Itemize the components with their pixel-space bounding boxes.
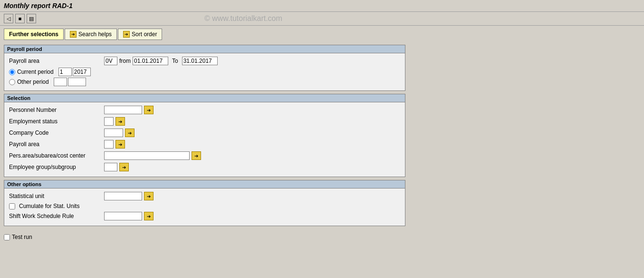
test-run-checkbox[interactable] bbox=[4, 234, 10, 240]
payroll-area-sel-input[interactable] bbox=[104, 140, 114, 149]
other-period-row: Other period bbox=[9, 78, 400, 86]
employment-status-label: Employment status bbox=[9, 118, 104, 125]
layout-icon[interactable]: ▤ bbox=[27, 14, 36, 23]
current-period-radio[interactable] bbox=[9, 69, 15, 75]
company-code-select-btn[interactable]: ➔ bbox=[125, 129, 135, 137]
other-period-year-input[interactable] bbox=[68, 78, 86, 86]
watermark: © www.tutorialkart.com bbox=[204, 14, 282, 23]
employee-group-select-btn[interactable]: ➔ bbox=[119, 163, 129, 171]
shift-work-select-btn[interactable]: ➔ bbox=[144, 212, 154, 220]
pers-area-input[interactable] bbox=[104, 151, 190, 160]
other-period-radio[interactable] bbox=[9, 79, 15, 85]
to-label: To bbox=[172, 58, 178, 64]
shift-work-label: Shift Work Schedule Rule bbox=[9, 213, 104, 219]
info-icon[interactable]: ■ bbox=[15, 14, 25, 23]
payroll-area-row: Payroll area from To bbox=[9, 56, 400, 66]
other-period-label: Other period bbox=[17, 79, 49, 85]
current-period-label: Current period bbox=[17, 69, 54, 75]
payroll-area-sel-row: Payroll area ➔ bbox=[9, 139, 400, 149]
selection-body: Personnel Number ➔ Employment status ➔ C… bbox=[4, 102, 405, 177]
employment-status-input[interactable] bbox=[104, 117, 114, 126]
employee-group-label: Employee group/subgroup bbox=[9, 164, 104, 170]
payroll-area-input[interactable] bbox=[104, 57, 117, 65]
statistical-unit-row: Statistical unit ➔ bbox=[9, 191, 400, 201]
further-selections-label: Further selections bbox=[9, 31, 58, 38]
tabs-bar: Further selections ➔ Search helps ➔ Sort… bbox=[0, 26, 644, 43]
personnel-number-label: Personnel Number bbox=[9, 107, 104, 113]
payroll-area-sel-label: Payroll area bbox=[9, 141, 104, 148]
employment-status-select-btn[interactable]: ➔ bbox=[115, 117, 125, 126]
current-period-row: Current period bbox=[9, 68, 400, 76]
cumulate-checkbox[interactable] bbox=[9, 203, 15, 209]
company-code-input[interactable] bbox=[104, 129, 123, 137]
main-content: Payroll period Payroll area from To Curr… bbox=[0, 43, 644, 231]
payroll-area-label: Payroll area bbox=[9, 58, 104, 64]
payroll-period-header: Payroll period bbox=[4, 45, 405, 53]
page-title: Monthly report RAD-1 bbox=[4, 2, 73, 10]
statistical-unit-input[interactable] bbox=[104, 192, 142, 200]
shift-work-row: Shift Work Schedule Rule ➔ bbox=[9, 211, 400, 221]
personnel-number-row: Personnel Number ➔ bbox=[9, 105, 400, 115]
statistical-unit-select-btn[interactable]: ➔ bbox=[144, 192, 154, 200]
cumulate-label: Cumulate for Stat. Units bbox=[19, 203, 79, 209]
pers-area-row: Pers.area/subarea/cost center ➔ bbox=[9, 151, 400, 160]
payroll-period-section: Payroll period Payroll area from To Curr… bbox=[4, 45, 405, 91]
tab-sort-order[interactable]: ➔ Sort order bbox=[118, 29, 162, 40]
to-date-input[interactable] bbox=[182, 57, 218, 65]
tab-further-selections[interactable]: Further selections bbox=[4, 29, 64, 40]
toolbar: ◁ ■ ▤ © www.tutorialkart.com bbox=[0, 12, 644, 26]
from-label: from bbox=[119, 58, 131, 64]
other-period-number-input[interactable] bbox=[54, 78, 67, 86]
tab-search-helps[interactable]: ➔ Search helps bbox=[65, 29, 117, 40]
personnel-number-input[interactable] bbox=[104, 106, 142, 114]
statistical-unit-label: Statistical unit bbox=[9, 193, 104, 199]
employee-group-row: Employee group/subgroup ➔ bbox=[9, 162, 400, 172]
search-helps-label: Search helps bbox=[78, 31, 112, 38]
company-code-label: Company Code bbox=[9, 129, 104, 136]
title-bar: Monthly report RAD-1 bbox=[0, 0, 644, 12]
shift-work-input[interactable] bbox=[104, 212, 142, 220]
personnel-number-select-btn[interactable]: ➔ bbox=[144, 106, 154, 114]
test-run-label: Test run bbox=[12, 234, 32, 240]
bottom-area: Test run bbox=[0, 231, 644, 243]
back-icon[interactable]: ◁ bbox=[4, 14, 13, 23]
pers-area-label: Pers.area/subarea/cost center bbox=[9, 152, 104, 159]
other-options-header: Other options bbox=[4, 180, 405, 189]
other-period-inputs bbox=[54, 78, 86, 86]
search-helps-arrow-icon: ➔ bbox=[70, 31, 77, 38]
employee-group-input[interactable] bbox=[104, 163, 117, 171]
sort-order-arrow-icon: ➔ bbox=[123, 31, 130, 38]
selection-section: Selection Personnel Number ➔ Employment … bbox=[4, 94, 405, 177]
other-options-body: Statistical unit ➔ Cumulate for Stat. Un… bbox=[4, 189, 405, 226]
current-period-year-input[interactable] bbox=[73, 68, 91, 76]
from-date-input[interactable] bbox=[133, 57, 168, 65]
pers-area-select-btn[interactable]: ➔ bbox=[192, 151, 201, 160]
payroll-area-sel-select-btn[interactable]: ➔ bbox=[115, 140, 125, 149]
company-code-row: Company Code ➔ bbox=[9, 128, 400, 138]
cumulate-row: Cumulate for Stat. Units bbox=[9, 203, 400, 209]
current-period-inputs bbox=[58, 68, 91, 76]
sort-order-label: Sort order bbox=[132, 31, 157, 38]
employment-status-row: Employment status ➔ bbox=[9, 117, 400, 126]
selection-header: Selection bbox=[4, 94, 405, 102]
other-options-section: Other options Statistical unit ➔ Cumulat… bbox=[4, 180, 405, 226]
current-period-number-input[interactable] bbox=[58, 68, 72, 76]
payroll-period-body: Payroll area from To Current period Othe… bbox=[4, 53, 405, 90]
